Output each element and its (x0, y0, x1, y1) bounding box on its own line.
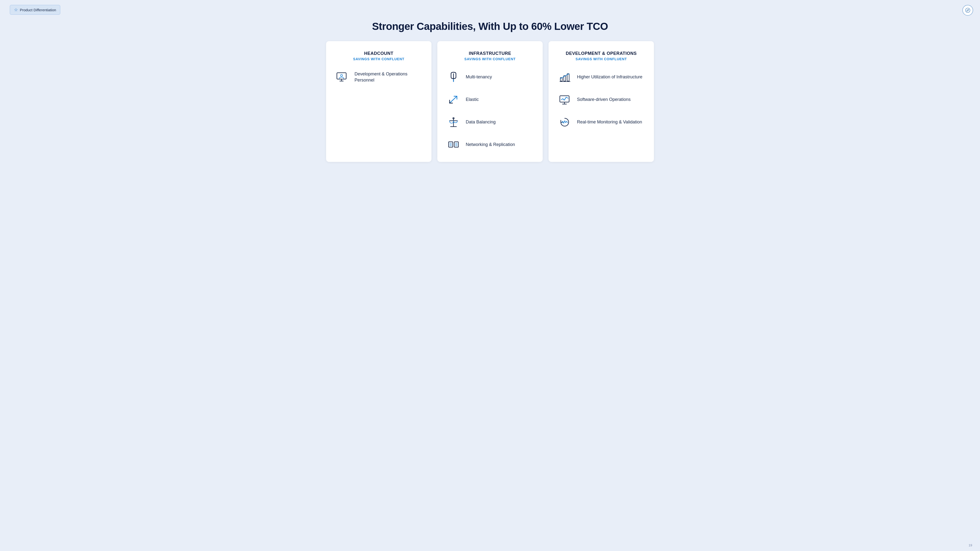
dev-ops-subtitle: SAVINGS WITH CONFLUENT (557, 57, 645, 61)
svg-rect-27 (560, 96, 569, 102)
elastic-icon (446, 92, 461, 107)
higher-utilization-text: Higher Utilization of Infrastructure (577, 74, 643, 80)
monitoring-icon (557, 115, 572, 130)
cards-container: HEADCOUNT SAVINGS WITH CONFLUENT (10, 41, 970, 162)
page-title: Stronger Capabilities, With Up to 60% Lo… (10, 21, 970, 32)
feature-higher-utilization: Higher Utilization of Infrastructure (557, 70, 645, 84)
data-balancing-text: Data Balancing (466, 119, 496, 125)
infrastructure-features: Multi-tenancy Elastic (446, 70, 534, 152)
headcount-subtitle: SAVINGS WITH CONFLUENT (335, 57, 423, 61)
feature-networking: Networking & Replication (446, 137, 534, 152)
networking-icon (446, 137, 461, 152)
card-infrastructure: INFRASTRUCTURE SAVINGS WITH CONFLUENT (438, 41, 542, 162)
card-infrastructure-header: INFRASTRUCTURE SAVINGS WITH CONFLUENT (446, 51, 534, 61)
star-icon: ☆ (14, 7, 18, 13)
dev-ops-text: Development & Operations Personnel (355, 71, 423, 83)
monitor-check-icon (557, 92, 572, 107)
networking-text: Networking & Replication (466, 141, 515, 148)
multi-tenancy-text: Multi-tenancy (466, 74, 492, 80)
infrastructure-subtitle: SAVINGS WITH CONFLUENT (446, 57, 534, 61)
feature-elastic: Elastic (446, 92, 534, 107)
bar-chart-icon (557, 70, 572, 84)
card-dev-ops-header: DEVELOPMENT & OPERATIONS SAVINGS WITH CO… (557, 51, 645, 61)
feature-dev-ops: Development & Operations Personnel (335, 70, 423, 84)
feature-multi-tenancy: Multi-tenancy (446, 70, 534, 84)
headcount-title: HEADCOUNT (335, 51, 423, 56)
badge-label: Product Differentiation (20, 8, 56, 12)
navigation-icon[interactable] (963, 5, 973, 16)
svg-point-5 (340, 75, 342, 76)
feature-software-driven: Software-driven Operations (557, 92, 645, 107)
person-screen-icon (335, 70, 350, 84)
svg-marker-1 (967, 9, 969, 11)
headcount-features: Development & Operations Personnel (335, 70, 423, 84)
svg-rect-2 (337, 73, 346, 79)
svg-point-0 (966, 8, 970, 13)
realtime-monitoring-text: Real-time Monitoring & Validation (577, 119, 642, 125)
product-differentiation-badge: ☆ Product Differentiation (10, 5, 60, 15)
page-number: 19 (969, 543, 972, 547)
multitenancy-icon (446, 70, 461, 84)
feature-data-balancing: Data Balancing (446, 115, 534, 130)
infrastructure-title: INFRASTRUCTURE (446, 51, 534, 56)
software-driven-text: Software-driven Operations (577, 97, 631, 103)
feature-realtime-monitoring: Real-time Monitoring & Validation (557, 115, 645, 130)
dev-operations-features: Higher Utilization of Infrastructure Sof… (557, 70, 645, 130)
card-headcount-header: HEADCOUNT SAVINGS WITH CONFLUENT (335, 51, 423, 61)
svg-line-10 (450, 96, 457, 103)
card-dev-operations: DEVELOPMENT & OPERATIONS SAVINGS WITH CO… (549, 41, 654, 162)
card-headcount: HEADCOUNT SAVINGS WITH CONFLUENT (326, 41, 431, 162)
elastic-text: Elastic (466, 97, 479, 103)
balance-icon (446, 115, 461, 130)
dev-ops-title: DEVELOPMENT & OPERATIONS (557, 51, 645, 56)
